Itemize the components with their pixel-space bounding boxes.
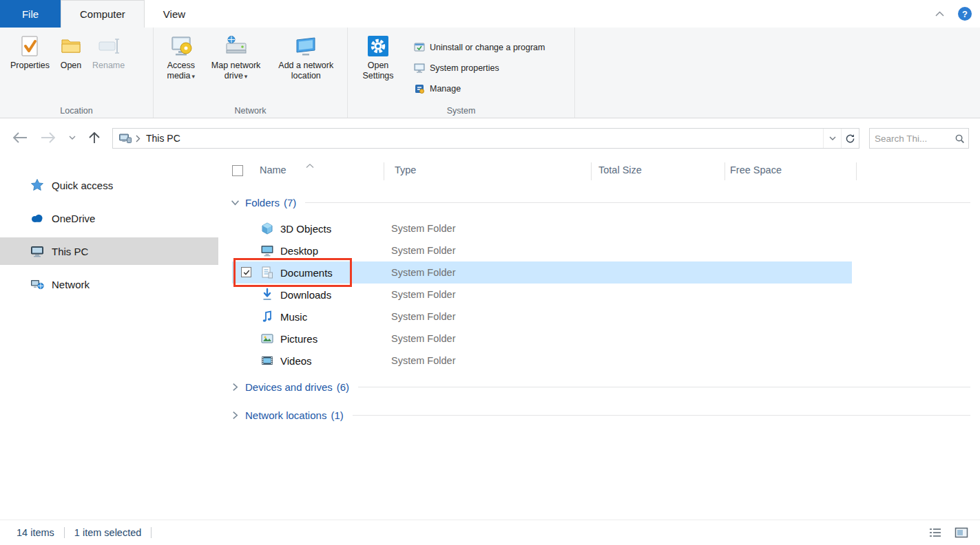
- recent-locations-dropdown[interactable]: [69, 136, 76, 140]
- sidebar-quick-access-label: Quick access: [52, 180, 113, 191]
- column-header-name[interactable]: Name: [260, 164, 286, 175]
- chevron-right-icon[interactable]: [231, 412, 240, 418]
- breadcrumb-this-pc[interactable]: This PC: [144, 133, 183, 144]
- add-network-location-button[interactable]: Add a network location: [269, 32, 343, 84]
- refresh-button[interactable]: [841, 129, 859, 148]
- rename-label: Rename: [92, 61, 125, 70]
- this-pc-icon: [30, 244, 44, 258]
- sidebar-item-onedrive[interactable]: OneDrive: [0, 204, 218, 232]
- column-divider[interactable]: [591, 162, 592, 180]
- column-divider[interactable]: [724, 162, 725, 180]
- chevron-right-icon[interactable]: [231, 384, 240, 390]
- navigation-bar: This PC: [0, 118, 980, 157]
- collapse-ribbon-button[interactable]: [932, 6, 947, 21]
- manage-button[interactable]: Manage: [408, 78, 550, 99]
- large-icons-view-icon: [955, 527, 968, 538]
- tab-computer[interactable]: Computer: [61, 0, 145, 28]
- file-row-pictures[interactable]: Pictures System Folder: [218, 328, 980, 350]
- properties-label: Properties: [10, 61, 50, 70]
- group-header-folders[interactable]: Folders (7): [218, 191, 980, 213]
- desktop-icon: [260, 244, 274, 257]
- tab-computer-label: Computer: [80, 8, 125, 20]
- dropdown-caret-icon: ▾: [244, 73, 248, 80]
- map-network-drive-button[interactable]: Map network drive▾: [203, 32, 269, 84]
- network-icon: [30, 277, 44, 291]
- properties-button[interactable]: Properties: [6, 32, 54, 74]
- search-icon[interactable]: [950, 133, 968, 144]
- breadcrumb-chevron-icon[interactable]: [136, 135, 140, 142]
- group-header-devices-and-drives[interactable]: Devices and drives (6): [218, 376, 980, 398]
- back-arrow-icon: [12, 132, 28, 143]
- file-row-downloads[interactable]: Downloads System Folder: [218, 284, 980, 306]
- open-settings-button[interactable]: Open Settings: [353, 32, 403, 84]
- downloads-icon: [260, 288, 274, 301]
- open-button[interactable]: Open: [54, 32, 87, 74]
- status-bar: 14 items 1 item selected: [0, 520, 980, 545]
- rename-icon: [97, 34, 121, 58]
- ribbon-group-location: Properties Open Rename Location: [0, 28, 154, 118]
- access-media-button[interactable]: Access media▾: [159, 32, 203, 84]
- access-media-label: Access media: [167, 61, 195, 81]
- videos-icon: [260, 354, 274, 367]
- back-button[interactable]: [12, 132, 28, 143]
- sidebar-item-quick-access[interactable]: Quick access: [0, 171, 218, 199]
- group-devices-count: (6): [337, 381, 349, 393]
- sidebar-item-this-pc[interactable]: This PC: [0, 237, 218, 265]
- tab-view-label: View: [163, 8, 185, 20]
- refresh-icon: [845, 133, 855, 144]
- system-properties-icon: [414, 63, 425, 74]
- map-network-drive-icon: [225, 34, 248, 58]
- chevron-down-icon[interactable]: [231, 200, 240, 206]
- file-row-music[interactable]: Music System Folder: [218, 306, 980, 328]
- sidebar-this-pc-label: This PC: [52, 246, 88, 257]
- file-row-desktop[interactable]: Desktop System Folder: [218, 239, 980, 261]
- quick-access-star-icon: [30, 178, 44, 192]
- group-network-locations-count: (1): [331, 409, 343, 421]
- select-all-checkbox[interactable]: [232, 165, 243, 176]
- file-row-documents[interactable]: Documents System Folder: [218, 261, 980, 284]
- forward-button[interactable]: [41, 132, 56, 143]
- chevron-down-icon: [829, 136, 836, 140]
- group-divider-line: [353, 415, 970, 416]
- file-explorer-window: File Computer View ? Properties: [0, 0, 980, 545]
- sidebar-onedrive-label: OneDrive: [52, 213, 95, 224]
- column-divider[interactable]: [384, 162, 384, 180]
- column-header-free-space[interactable]: Free Space: [730, 164, 782, 175]
- manage-icon: [414, 83, 425, 94]
- help-button[interactable]: ?: [958, 7, 972, 21]
- system-properties-button[interactable]: System properties: [408, 58, 550, 78]
- nav-buttons: [12, 118, 100, 157]
- uninstall-program-button[interactable]: Uninstall or change a program: [408, 37, 550, 58]
- tab-view[interactable]: View: [145, 0, 204, 28]
- rename-button[interactable]: Rename: [87, 32, 129, 74]
- ribbon-group-system: Open Settings Uninstall or change a prog…: [348, 28, 575, 118]
- sidebar-item-network[interactable]: Network: [0, 270, 218, 298]
- uninstall-program-label: Uninstall or change a program: [430, 43, 545, 52]
- add-network-location-icon: [294, 34, 317, 58]
- group-devices-label: Devices and drives: [245, 381, 333, 393]
- address-dropdown-button[interactable]: [823, 129, 841, 148]
- sidebar-network-label: Network: [52, 279, 90, 290]
- tab-file[interactable]: File: [0, 0, 61, 28]
- up-button[interactable]: [89, 131, 100, 144]
- checkmark-icon: [242, 268, 251, 277]
- column-header-type[interactable]: Type: [395, 164, 416, 175]
- column-header-total-size[interactable]: Total Size: [598, 164, 642, 175]
- open-label: Open: [61, 61, 82, 70]
- file-row-videos[interactable]: Videos System Folder: [218, 350, 980, 372]
- add-network-location-label: Add a network location: [278, 61, 333, 81]
- address-bar[interactable]: This PC: [112, 128, 859, 149]
- search-box: [869, 128, 969, 149]
- file-row-3d-objects[interactable]: 3D Objects System Folder: [218, 217, 980, 239]
- forward-arrow-icon: [41, 132, 56, 143]
- status-divider: [64, 527, 65, 538]
- details-view-button[interactable]: [925, 524, 946, 541]
- search-input[interactable]: [870, 133, 950, 144]
- file-rows: Folders (7) 3D Objects System Folder Des…: [218, 191, 980, 426]
- documents-checkbox[interactable]: [241, 267, 251, 277]
- column-divider[interactable]: [856, 162, 857, 180]
- group-header-network-locations[interactable]: Network locations (1): [218, 404, 980, 426]
- ribbon: Properties Open Rename Location: [0, 28, 980, 118]
- large-icons-view-button[interactable]: [951, 524, 972, 541]
- chevron-up-icon: [935, 11, 944, 17]
